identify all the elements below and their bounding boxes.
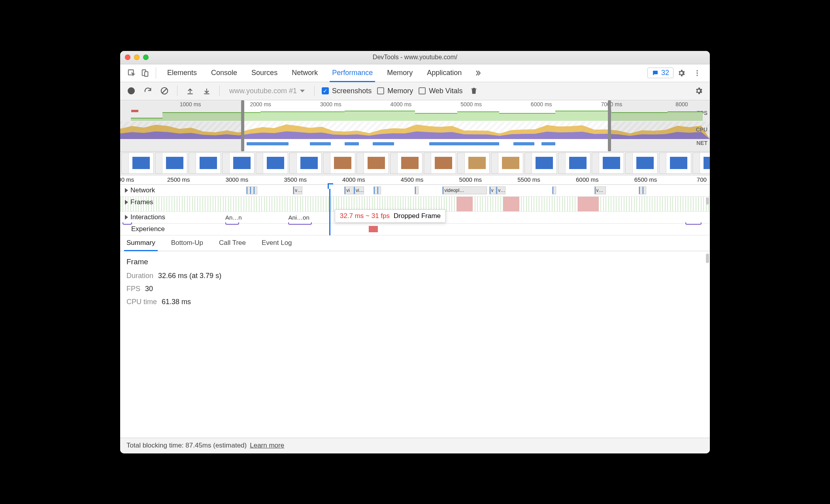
ov-tick: 6000 ms [531, 101, 552, 107]
summary-key: Duration [126, 272, 153, 280]
summary-value: 61.38 ms [162, 298, 191, 306]
recording-select[interactable]: www.youtube.com #1 [227, 87, 307, 95]
summary-key: FPS [126, 285, 140, 293]
minimize-button[interactable] [134, 55, 140, 60]
summary-value: 30 [145, 285, 153, 293]
interaction-span[interactable]: Ani…on [288, 214, 309, 221]
filmstrip-thumb[interactable] [558, 152, 590, 174]
inspect-icon[interactable] [125, 66, 138, 80]
filmstrip-thumb[interactable] [592, 152, 624, 174]
screenshots-checkbox[interactable]: ✓Screenshots [322, 87, 372, 95]
ruler-tick: 5500 ms [517, 176, 540, 183]
download-icon[interactable] [201, 85, 212, 96]
main-tabbar: ElementsConsoleSourcesNetworkPerformance… [120, 64, 710, 82]
range-handle-right[interactable] [608, 100, 611, 151]
interaction-span[interactable]: An…n [225, 214, 242, 221]
clear-button[interactable] [159, 85, 170, 96]
playhead[interactable] [329, 185, 330, 235]
range-handle-left[interactable] [241, 100, 244, 151]
trash-icon[interactable] [468, 85, 479, 96]
record-button[interactable] [126, 85, 137, 96]
settings-icon[interactable] [673, 69, 689, 77]
tab-network[interactable]: Network [285, 64, 325, 82]
tab-application[interactable]: Application [420, 64, 469, 82]
filmstrip-thumb[interactable] [659, 152, 691, 174]
filmstrip-thumb[interactable] [625, 152, 658, 174]
ruler-tick: 5000 ms [459, 176, 482, 183]
svg-rect-2 [145, 71, 148, 76]
filmstrip-thumb[interactable] [256, 152, 288, 174]
filmstrip-thumb[interactable] [491, 152, 523, 174]
filmstrip-thumb[interactable] [155, 152, 187, 174]
network-track[interactable]: Network v…vivi…videopl…vv…v… [120, 185, 710, 197]
network-request[interactable]: vi… [354, 186, 364, 194]
memory-checkbox[interactable]: Memory [377, 87, 413, 95]
zoom-button[interactable] [143, 55, 149, 60]
network-request[interactable]: videopl… [442, 186, 487, 194]
close-button[interactable] [125, 55, 130, 60]
overview-minimap[interactable]: 1000 ms2000 ms3000 ms4000 ms5000 ms6000 … [120, 100, 710, 152]
ov-tick: 5000 ms [460, 101, 482, 107]
subtab-summary[interactable]: Summary [124, 235, 158, 251]
tab-performance[interactable]: Performance [325, 64, 380, 82]
learn-more-link[interactable]: Learn more [250, 442, 284, 449]
filmstrip-thumb[interactable] [457, 152, 490, 174]
network-request[interactable]: v… [293, 186, 302, 194]
ruler-tick: 00 ms [120, 176, 134, 183]
svg-point-4 [696, 72, 698, 73]
filmstrip-thumb[interactable] [189, 152, 221, 174]
subtab-event-log[interactable]: Event Log [259, 235, 294, 251]
tab-console[interactable]: Console [204, 64, 244, 82]
ov-tick: 3000 ms [320, 101, 341, 107]
subtab-call-tree[interactable]: Call Tree [217, 235, 248, 251]
ov-tick: 4000 ms [390, 101, 412, 107]
tab-elements[interactable]: Elements [160, 64, 204, 82]
filmstrip-thumb[interactable] [289, 152, 322, 174]
tab-memory[interactable]: Memory [380, 64, 420, 82]
reload-record-button[interactable] [142, 85, 153, 96]
overflow-tabs-icon[interactable] [471, 66, 485, 80]
filmstrip-thumb[interactable] [121, 152, 154, 174]
filmstrip-thumb[interactable] [222, 152, 255, 174]
frame-tooltip: 32.7 ms ~ 31 fps Dropped Frame [335, 209, 446, 223]
network-request[interactable]: v… [594, 186, 606, 194]
network-request[interactable]: v [489, 186, 496, 194]
track-scrollbar[interactable] [706, 197, 709, 205]
ov-tick: 2000 ms [250, 101, 271, 107]
filmstrip[interactable] [120, 152, 710, 175]
panel-scrollbar[interactable] [706, 254, 709, 263]
network-request[interactable]: vi [344, 186, 354, 194]
network-request[interactable]: v… [496, 186, 506, 194]
upload-icon[interactable] [185, 85, 196, 96]
tab-sources[interactable]: Sources [244, 64, 285, 82]
device-toggle-icon[interactable] [138, 66, 152, 80]
ruler-tick: 6500 ms [634, 176, 657, 183]
svg-point-3 [696, 70, 698, 71]
summary-key: CPU time [126, 298, 157, 306]
filmstrip-thumb[interactable] [524, 152, 557, 174]
devtools-window: DevTools - www.youtube.com/ ElementsCons… [120, 51, 710, 453]
window-controls[interactable] [125, 55, 149, 60]
webvitals-checkbox[interactable]: Web Vitals [419, 87, 462, 95]
ruler-tick: 3000 ms [226, 176, 249, 183]
filmstrip-thumb[interactable] [692, 152, 710, 174]
filmstrip-thumb[interactable] [390, 152, 423, 174]
kebab-menu-icon[interactable] [689, 69, 705, 77]
filmstrip-thumb[interactable] [323, 152, 355, 174]
chevron-right-icon [125, 200, 128, 205]
ruler-tick: 3500 ms [284, 176, 307, 183]
timeline-ruler[interactable]: 00 ms2500 ms3000 ms3500 ms4000 ms4500 ms… [120, 175, 710, 185]
chevron-right-icon [125, 188, 128, 193]
subtab-bottom-up[interactable]: Bottom-Up [169, 235, 206, 251]
experience-track[interactable]: Experience [120, 224, 710, 235]
tbt-text: Total blocking time: 87.45ms (estimated) [126, 442, 247, 449]
filmstrip-thumb[interactable] [424, 152, 456, 174]
footer-bar: Total blocking time: 87.45ms (estimated)… [120, 438, 710, 453]
window-title: DevTools - www.youtube.com/ [120, 54, 710, 61]
filmstrip-thumb[interactable] [357, 152, 389, 174]
tracks-area: Network v…vivi…videopl…vv…v… Frames Inte… [120, 185, 710, 235]
issues-badge[interactable]: 32 [647, 68, 673, 78]
chevron-right-icon [125, 215, 128, 220]
summary-panel: Frame Duration32.66 ms (at 3.79 s)FPS30C… [120, 251, 710, 438]
capture-settings-icon[interactable] [693, 85, 704, 96]
